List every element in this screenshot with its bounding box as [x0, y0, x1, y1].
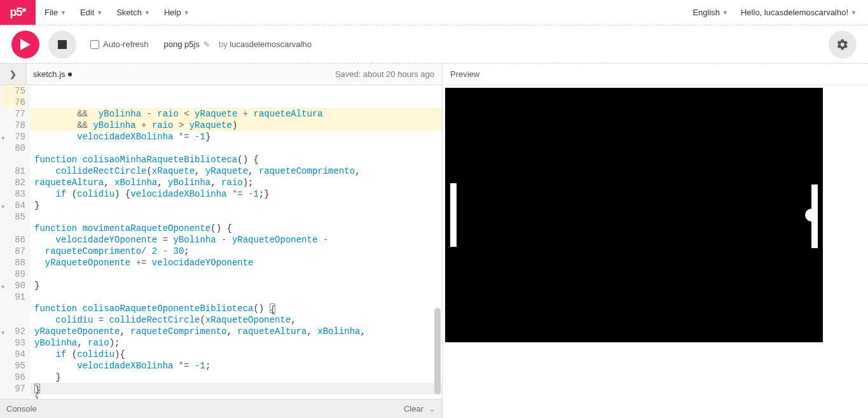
menu-sketch[interactable]: Sketch▼: [116, 8, 150, 17]
caret-down-icon: ▼: [184, 10, 189, 16]
gear-icon: [836, 38, 849, 51]
auto-refresh-label: Auto-refresh: [103, 39, 149, 49]
stop-icon: [58, 40, 67, 49]
user-greeting[interactable]: Hello, lucasdelemoscarvalho!▼: [741, 8, 857, 17]
preview-header: Preview: [443, 64, 868, 85]
dirty-indicator-icon: [68, 73, 72, 76]
menu-right: English▼ Hello, lucasdelemoscarvalho!▼: [692, 0, 868, 25]
pencil-icon[interactable]: ✎: [203, 40, 210, 49]
left-paddle: [450, 183, 457, 247]
play-icon: [20, 39, 31, 50]
editor-pane: ❯ sketch.js Saved: about 20 hours ago 75…: [0, 64, 443, 418]
menu-file[interactable]: File▼: [45, 8, 66, 17]
file-header: ❯ sketch.js Saved: about 20 hours ago: [0, 64, 442, 85]
caret-down-icon: ▼: [60, 10, 66, 16]
saved-status: Saved: about 20 hours ago: [335, 69, 442, 79]
ball: [805, 209, 818, 221]
play-button[interactable]: [11, 31, 39, 59]
menu-edit[interactable]: Edit▼: [80, 8, 102, 17]
code-area[interactable]: && yBolinha - raio < yRaquete + raqueteA…: [31, 85, 442, 399]
menu-left: File▼ Edit▼ Sketch▼ Help▼: [36, 0, 692, 25]
preview-body: [443, 85, 868, 345]
author-link[interactable]: lucasdelemoscarvalho: [230, 39, 312, 49]
auto-refresh-toggle[interactable]: Auto-refresh: [90, 39, 149, 49]
workspace: ❯ sketch.js Saved: about 20 hours ago 75…: [0, 64, 868, 418]
sidebar-toggle[interactable]: ❯: [0, 64, 27, 85]
chevron-down-icon[interactable]: ⌄: [429, 404, 436, 414]
auto-refresh-checkbox[interactable]: [90, 40, 99, 49]
p5-logo: p5*: [0, 0, 36, 25]
settings-button[interactable]: [829, 31, 857, 59]
menu-help[interactable]: Help▼: [164, 8, 189, 17]
file-tab[interactable]: sketch.js: [27, 69, 72, 79]
top-menu-bar: p5* File▼ Edit▼ Sketch▼ Help▼ English▼ H…: [0, 0, 868, 25]
svg-marker-0: [20, 39, 31, 50]
toolbar: Auto-refresh pong p5js ✎ by lucasdelemos…: [0, 25, 868, 64]
caret-down-icon: ▼: [722, 10, 728, 16]
console-clear-button[interactable]: Clear: [404, 404, 424, 414]
sketch-name[interactable]: pong p5js ✎: [164, 39, 210, 49]
scrollbar-thumb[interactable]: [434, 308, 441, 394]
sketch-canvas[interactable]: [445, 88, 823, 342]
console-label: Console: [6, 404, 37, 414]
byline: by lucasdelemoscarvalho: [219, 39, 312, 49]
caret-down-icon: ▼: [144, 10, 150, 16]
caret-down-icon: ▼: [97, 10, 102, 16]
filename-label: sketch.js: [33, 69, 65, 79]
caret-down-icon: ▼: [851, 10, 857, 16]
language-selector[interactable]: English▼: [692, 8, 728, 17]
stop-button[interactable]: [48, 31, 76, 59]
preview-pane: Preview: [443, 64, 868, 418]
code-editor[interactable]: 7576777879▼8081828384▼858687888990▼9192▼…: [0, 85, 442, 399]
console-bar[interactable]: Console Clear ⌄: [0, 399, 442, 418]
line-gutter: 7576777879▼8081828384▼858687888990▼9192▼…: [0, 85, 31, 399]
